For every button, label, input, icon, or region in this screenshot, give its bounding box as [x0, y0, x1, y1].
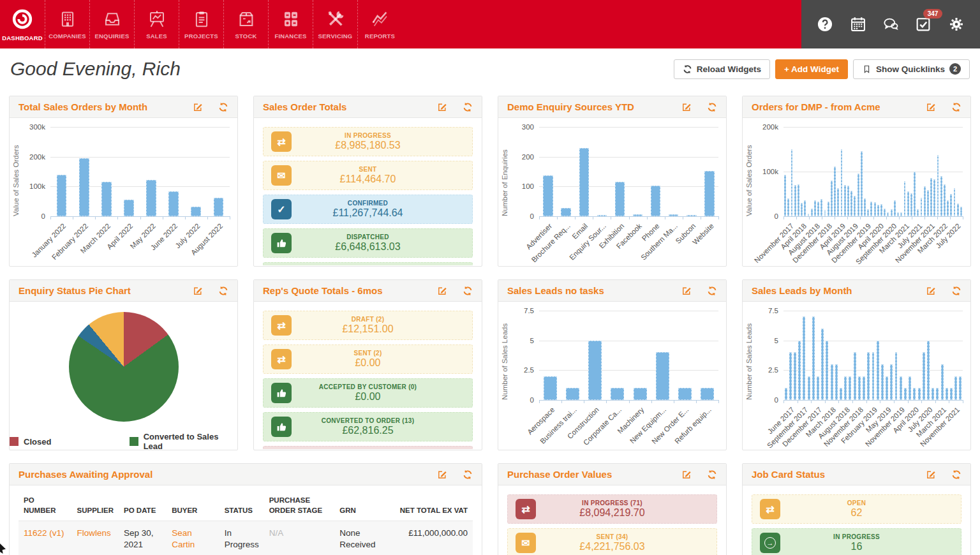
- stat-row[interactable]: ⇄IN PROGRESS£8,985,180.53: [263, 127, 473, 156]
- nav-item-sales[interactable]: SALES: [134, 0, 179, 48]
- x-axis-tickmark: [798, 400, 798, 403]
- stat-row[interactable]: DISPATCHED£6,648,613.03: [263, 228, 473, 258]
- refresh-widget-icon[interactable]: [463, 470, 473, 480]
- edit-widget-icon[interactable]: [926, 286, 936, 296]
- legend-item: Converted to Sales Lead: [130, 432, 237, 449]
- tasks-icon[interactable]: 347: [914, 15, 932, 33]
- table-cell-text: £11,000,000.00: [408, 528, 468, 538]
- stat-row[interactable]: ⇄OPEN62: [752, 494, 961, 524]
- bar: [841, 149, 843, 216]
- stat-row[interactable]: ✉SENT£114,464.70: [263, 161, 473, 190]
- show-quicklinks-button[interactable]: Show Quicklinks 2: [853, 59, 970, 79]
- calendar-icon[interactable]: [849, 15, 867, 33]
- bar: [801, 203, 803, 216]
- nav-item-stock[interactable]: STOCK: [223, 0, 268, 48]
- thumbs-up-icon: [271, 383, 292, 403]
- nav-item-enquiries[interactable]: ENQUIRIES: [89, 0, 134, 48]
- table-cell-link[interactable]: Sean Cartin: [172, 528, 195, 549]
- cursor-artifact: [0, 544, 6, 554]
- stat-row[interactable]: →IN PROGRESS16: [752, 528, 961, 555]
- refresh-widget-icon[interactable]: [707, 470, 717, 480]
- stat-row[interactable]: CONVERTED TO ORDER (13)£62,816.25: [263, 412, 473, 441]
- widget-purchase-order-values: Purchase Order Values ⇄IN PROGRESS (71)£…: [498, 463, 727, 555]
- bar: [914, 172, 916, 216]
- repeat-icon: ⇄: [271, 315, 292, 336]
- stat-value: £0.00: [264, 357, 472, 369]
- refresh-widget-icon[interactable]: [951, 102, 961, 112]
- refresh-widget-icon[interactable]: [951, 286, 961, 296]
- bar: [785, 388, 787, 400]
- repeat-icon: ⇄: [271, 131, 292, 152]
- stat-row[interactable]: ⇄DRAFT (2)£12,151.00: [263, 311, 473, 340]
- repeat-icon: ⇄: [271, 349, 292, 369]
- edit-widget-icon[interactable]: [681, 470, 692, 480]
- bar: [808, 376, 810, 400]
- edit-widget-icon[interactable]: [926, 102, 936, 112]
- nav-item-finances[interactable]: FINANCES: [268, 0, 313, 48]
- pie-legend: ClosedConverted to Sales LeadConverted t…: [10, 432, 237, 449]
- bar: [844, 185, 846, 216]
- table-cell-link[interactable]: Flowlens: [77, 528, 111, 538]
- nav-item-reports[interactable]: REPORTS: [357, 0, 402, 48]
- nav-item-servicing[interactable]: SERVICING: [313, 0, 357, 48]
- bar: [811, 209, 813, 216]
- reload-widgets-label: Reload Widgets: [697, 64, 761, 74]
- bar: [895, 352, 898, 400]
- refresh-widget-icon[interactable]: [463, 102, 473, 112]
- x-axis-line: [783, 400, 963, 401]
- stat-row[interactable]: ⇄SENT (2)£0.00: [263, 344, 473, 374]
- refresh-widget-icon[interactable]: [218, 286, 228, 296]
- nav-item-projects[interactable]: PROJECTS: [179, 0, 223, 48]
- x-axis-tickmark: [50, 216, 51, 219]
- stat-row-partial: [263, 446, 473, 449]
- reload-widgets-button[interactable]: Reload Widgets: [674, 59, 770, 79]
- x-axis-tickmark: [950, 216, 951, 219]
- bar: [789, 352, 792, 400]
- stat-row[interactable]: ⇄IN PROGRESS (71)£8,094,219.70: [507, 494, 717, 524]
- projects-icon: [192, 10, 211, 29]
- nav-item-companies[interactable]: COMPANIES: [45, 0, 89, 48]
- help-icon[interactable]: [816, 15, 834, 33]
- settings-gear-icon[interactable]: [947, 15, 965, 33]
- bar: [837, 188, 839, 216]
- utility-nav: 347: [801, 0, 980, 48]
- add-widget-button[interactable]: + Add Widget: [775, 59, 848, 79]
- stock-icon: [237, 10, 256, 29]
- bar: [960, 207, 962, 216]
- x-axis-tickmark: [647, 216, 648, 219]
- refresh-widget-icon[interactable]: [707, 286, 717, 296]
- stat-row[interactable]: ACCEPTED BY CUSTOMER (0)£0.00: [263, 378, 473, 408]
- edit-widget-icon[interactable]: [681, 102, 692, 112]
- edit-widget-icon[interactable]: [437, 470, 447, 480]
- edit-widget-icon[interactable]: [193, 286, 203, 296]
- bar: [835, 364, 838, 400]
- refresh-widget-icon[interactable]: [707, 102, 717, 112]
- bar: [854, 352, 856, 400]
- bar: [872, 352, 875, 400]
- bar: [904, 181, 906, 216]
- table-cell: £11,000,000.00: [388, 521, 473, 555]
- chat-icon[interactable]: [882, 15, 900, 33]
- x-axis-tickmark: [822, 216, 822, 219]
- edit-widget-icon[interactable]: [437, 102, 447, 112]
- stat-row[interactable]: ✉SENT (34)£4,221,756.03: [507, 528, 717, 555]
- refresh-widget-icon[interactable]: [218, 102, 228, 112]
- bar: [959, 376, 961, 400]
- x-axis-tickmark: [924, 216, 925, 219]
- edit-widget-icon[interactable]: [926, 470, 936, 480]
- edit-widget-icon[interactable]: [681, 286, 692, 296]
- refresh-widget-icon[interactable]: [951, 470, 961, 480]
- main-nav: DASHBOARD COMPANIES ENQUIRIES SALES PROJ…: [0, 0, 801, 48]
- bar: [874, 202, 876, 216]
- refresh-widget-icon[interactable]: [463, 286, 473, 296]
- bar: [858, 376, 861, 400]
- bar: [937, 155, 939, 216]
- edit-widget-icon[interactable]: [437, 286, 447, 296]
- bar: [936, 388, 939, 400]
- gridline: [783, 127, 963, 128]
- edit-widget-icon[interactable]: [193, 102, 203, 112]
- stat-row[interactable]: ✓CONFIRMED£11,267,744.64: [263, 195, 473, 224]
- y-axis-tick: 100k: [29, 182, 45, 190]
- nav-item-dashboard[interactable]: DASHBOARD: [0, 0, 45, 48]
- table-cell-link[interactable]: 11622 (v1): [24, 528, 64, 538]
